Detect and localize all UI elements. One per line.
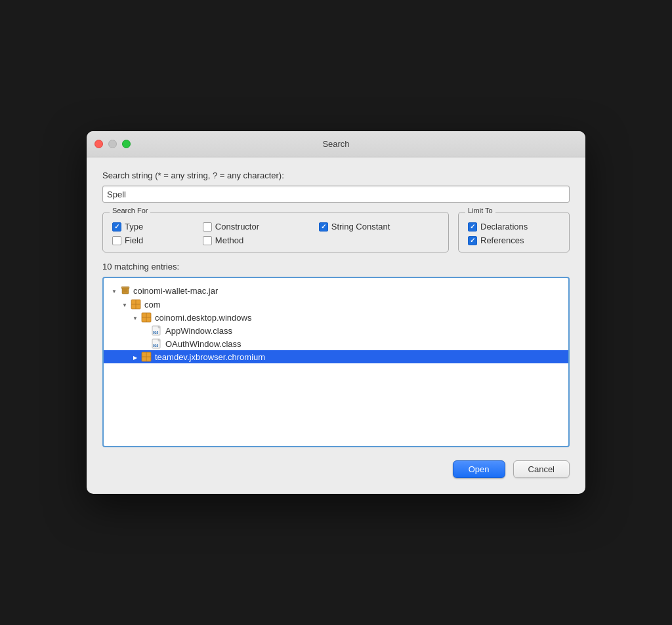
checkbox-type[interactable] [112, 222, 121, 232]
arrow-jar [109, 285, 119, 296]
options-row: Search For Type Constructor String Const… [102, 212, 570, 252]
minimize-button[interactable] [108, 140, 117, 148]
arrow-teamdev [130, 352, 140, 362]
open-button[interactable]: Open [453, 460, 505, 478]
checkbox-references-label: References [480, 235, 524, 245]
checkbox-string-constant[interactable] [319, 222, 328, 232]
checkbox-type-row: Type [112, 222, 192, 232]
checkbox-type-label: Type [125, 222, 143, 232]
title-bar: Search [87, 131, 585, 157]
arrow-oauthwindow [140, 338, 151, 349]
tree-label-com: com [144, 300, 161, 310]
package-svg-com [131, 299, 141, 310]
expand-icon-windows [133, 314, 138, 321]
checkbox-field-label: Field [125, 235, 143, 245]
package-icon-com [130, 299, 142, 310]
tree-container[interactable]: coinomi-wallet-mac.jar com [102, 277, 570, 447]
checkbox-declarations[interactable] [468, 222, 477, 232]
expand-icon-teamdev [133, 353, 137, 361]
checkbox-declarations-row: Declarations [468, 222, 560, 232]
checkbox-method-label: Method [215, 235, 243, 245]
search-for-label: Search For [110, 207, 150, 214]
jar-svg [120, 285, 131, 296]
expand-icon-com [122, 301, 127, 308]
checkbox-string-constant-row: String Constant [319, 222, 439, 232]
dialog-title: Search [322, 139, 349, 149]
limit-to-group: Limit To Declarations References [458, 212, 570, 252]
checkbox-constructor[interactable] [203, 222, 212, 232]
checkbox-method-row: Method [203, 235, 308, 245]
class-svg-oauthwindow: 010 [152, 338, 162, 349]
checkbox-constructor-label: Constructor [215, 222, 259, 232]
checkbox-references[interactable] [468, 236, 477, 245]
dialog-content: Search string (* = any string, ? = any c… [87, 157, 585, 494]
class-svg-appwindow: 010 [152, 325, 162, 336]
search-string-label: Search string (* = any string, ? = any c… [102, 171, 570, 180]
tree-label-appwindow: AppWindow.class [165, 326, 232, 336]
checkbox-references-row: References [468, 235, 560, 245]
class-icon-appwindow: 010 [151, 325, 163, 336]
checkbox-field[interactable] [112, 236, 121, 245]
search-for-group: Search For Type Constructor String Const… [102, 212, 449, 252]
checkbox-field-row: Field [112, 235, 192, 245]
arrow-com [119, 299, 130, 310]
tree-item-teamdev[interactable]: teamdev.jxbrowser.chromium [104, 350, 568, 363]
search-input[interactable] [102, 186, 570, 203]
tree-label-teamdev: teamdev.jxbrowser.chromium [155, 352, 265, 362]
package-svg-teamdev [141, 352, 152, 362]
tree-item-appwindow[interactable]: 010 AppWindow.class [104, 324, 568, 337]
tree-item-oauthwindow[interactable]: 010 OAuthWindow.class [104, 337, 568, 350]
tree-item-com[interactable]: com [104, 298, 568, 311]
cancel-button[interactable]: Cancel [513, 460, 570, 478]
package-svg-windows [141, 312, 152, 323]
traffic-lights [94, 140, 131, 148]
svg-text:010: 010 [153, 331, 159, 334]
package-icon-teamdev [140, 352, 152, 362]
svg-text:010: 010 [153, 344, 159, 348]
close-button[interactable] [94, 140, 103, 148]
arrow-windows [130, 312, 140, 323]
svg-rect-1 [122, 288, 129, 294]
expand-icon-jar [112, 287, 117, 294]
package-icon-windows [140, 312, 152, 323]
checkbox-constructor-row: Constructor [203, 222, 308, 232]
tree-label-jar: coinomi-wallet-mac.jar [133, 286, 218, 296]
maximize-button[interactable] [122, 140, 131, 148]
arrow-appwindow [140, 325, 151, 336]
tree-label-windows: coinomi.desktop.windows [155, 313, 251, 323]
search-dialog: Search Search string (* = any string, ? … [87, 131, 585, 494]
checkbox-method[interactable] [203, 236, 212, 245]
tree-label-oauthwindow: OAuthWindow.class [165, 339, 242, 349]
class-icon-oauthwindow: 010 [151, 338, 163, 349]
tree-item-jar[interactable]: coinomi-wallet-mac.jar [104, 283, 568, 298]
checkbox-declarations-label: Declarations [480, 222, 528, 232]
matching-entries-count: 10 matching entries: [102, 262, 570, 272]
limit-to-label: Limit To [465, 207, 495, 214]
tree-item-windows[interactable]: coinomi.desktop.windows [104, 311, 568, 324]
buttons-row: Open Cancel [102, 460, 570, 478]
jar-icon [119, 285, 131, 296]
checkbox-string-constant-label: String Constant [331, 222, 390, 232]
